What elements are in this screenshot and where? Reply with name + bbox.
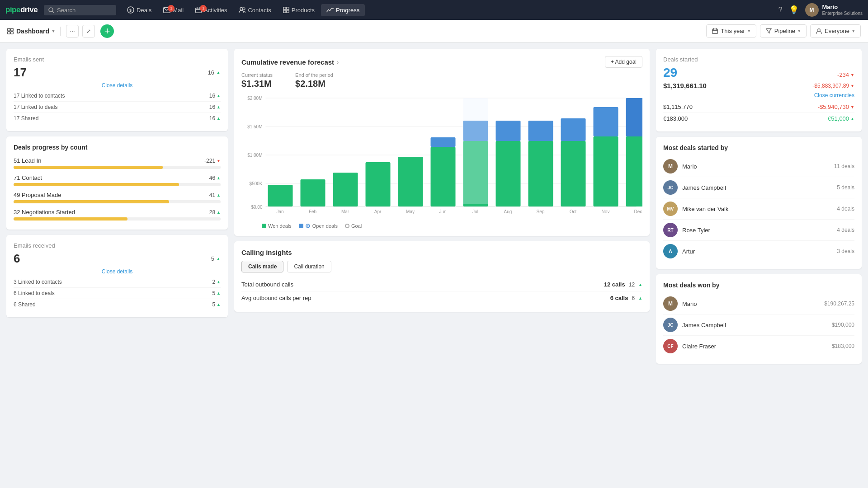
legend-open: Open deals [299, 223, 338, 229]
svg-rect-14 [287, 10, 289, 13]
assignee-filter-btn[interactable]: Everyone ▾ [810, 24, 861, 38]
svg-rect-38 [398, 157, 423, 206]
help-icon[interactable]: ? [778, 6, 783, 14]
search-box[interactable]: Search [44, 5, 116, 15]
progress-icon [326, 7, 334, 13]
current-status-value: $1.31M [241, 79, 273, 89]
agent-avatar-2: MV [663, 202, 678, 216]
svg-text:Dec: Dec [634, 209, 642, 214]
svg-text:Nov: Nov [602, 209, 610, 214]
agent-deals-0: 11 deals [834, 163, 854, 169]
close-currencies-btn[interactable]: Close currencies [663, 92, 854, 99]
svg-rect-19 [712, 29, 718, 33]
nav-item-contacts[interactable]: Contacts [233, 4, 276, 16]
agent-row-2: MV Mike van der Valk 4 deals [663, 198, 854, 220]
nav-item-products[interactable]: Products [278, 4, 320, 16]
calls-made-tab[interactable]: Calls made [241, 261, 283, 272]
svg-rect-16 [11, 28, 14, 31]
activities-badge: 1 [200, 5, 207, 12]
nav-contacts-label: Contacts [248, 7, 271, 14]
revenue-forecast-card: Cumulative revenue forecast › + Add goal… [234, 49, 650, 236]
nav-item-progress[interactable]: Progress [321, 4, 365, 16]
nav-activities-label: Activities [204, 7, 227, 14]
insights-title: Calling insights [241, 249, 642, 256]
emails-rec-row-2: 6 Shared 5▲ [14, 299, 221, 310]
emails-sent-close-details[interactable]: Close details [14, 82, 221, 89]
outbound-value: 12 calls [604, 281, 625, 288]
emails-sent-delta: 16 [208, 69, 214, 76]
period-label: This year [721, 28, 745, 34]
won-agent-row-0: M Mario $190,267.25 [663, 293, 854, 314]
agent-name-0: Mario [682, 163, 830, 170]
end-period-label: End of the period [295, 72, 333, 78]
agent-avatar-4: A [663, 244, 678, 258]
dashboard-chevron: ▾ [52, 28, 55, 34]
won-deals-1: $190,000 [832, 322, 854, 328]
currency-row-1: €183,000 €51,000▲ [663, 113, 854, 124]
period-filter-btn[interactable]: This year ▾ [706, 24, 756, 38]
add-widget-btn[interactable]: + [100, 24, 114, 38]
notifications-icon[interactable]: 💡 [789, 5, 799, 15]
products-icon [283, 7, 289, 13]
deals-started-count: 29 [663, 66, 677, 80]
search-icon [48, 7, 54, 13]
forecast-title: Cumulative revenue forecast › [241, 58, 339, 66]
add-goal-btn[interactable]: + Add goal [605, 56, 642, 68]
svg-text:Jan: Jan [276, 209, 283, 214]
more-options-btn[interactable]: ··· [66, 25, 79, 38]
mail-badge: 1 [168, 5, 175, 12]
svg-text:Oct: Oct [570, 209, 577, 214]
nav-right: ? 💡 M Mario Enterprise Solutions [778, 3, 863, 17]
nav-item-deals[interactable]: $ Deals [122, 4, 157, 16]
prog-row-2: 49 Proposal Made 41▲ [14, 192, 221, 203]
deals-started-delta: -234 [837, 71, 849, 78]
nav-item-mail[interactable]: Mail 1 [158, 4, 189, 16]
emails-rec-row-1: 6 Linked to deals 5▲ [14, 288, 221, 299]
emails-received-arrow: ▲ [216, 256, 221, 261]
deals-amount-delta: -$5,883,907.89 [812, 83, 849, 89]
deals-started-amount: $1,319,661.10 [663, 82, 707, 89]
nav-item-activities[interactable]: Activities 1 [190, 4, 232, 16]
won-name-0: Mario [682, 300, 820, 307]
svg-rect-45 [528, 141, 553, 206]
emails-rec-row-0: 3 Linked to contacts 2▲ [14, 277, 221, 288]
svg-text:$500K: $500K [250, 181, 263, 186]
emails-sent-row-0: 17 Linked to contacts 16▲ [14, 90, 221, 102]
won-deals-0: $190,267.25 [824, 300, 854, 307]
dashboard-icon [7, 28, 14, 34]
main-grid: Emails sent 17 16 ▲ Close details 17 Lin… [0, 42, 868, 488]
user-profile[interactable]: M Mario Enterprise Solutions [805, 3, 863, 17]
assignee-chevron: ▾ [852, 28, 855, 34]
svg-rect-52 [626, 98, 643, 136]
emails-sent-arrow: ▲ [216, 70, 221, 75]
svg-text:Jul: Jul [472, 209, 478, 214]
agent-row-1: JC James Campbell 5 deals [663, 177, 854, 198]
svg-text:Aug: Aug [504, 209, 512, 214]
end-period-value: $2.18M [295, 79, 333, 89]
emails-received-close-details[interactable]: Close details [14, 268, 221, 275]
won-deals-2: $183,000 [832, 343, 854, 349]
nav-items: $ Deals Mail 1 Activities 1 Contacts Pro… [122, 4, 365, 16]
expand-btn[interactable]: ⤢ [82, 25, 95, 38]
logo[interactable]: pipedrive [5, 5, 38, 14]
svg-text:$: $ [129, 8, 132, 13]
svg-text:Mar: Mar [341, 209, 349, 214]
call-duration-tab[interactable]: Call duration [287, 261, 331, 272]
dashboard-label-btn[interactable]: Dashboard ▾ [7, 28, 55, 35]
agent-name-4: Artur [682, 248, 832, 255]
svg-text:Sep: Sep [537, 209, 545, 214]
emails-received-delta: 5 [211, 255, 214, 262]
pipeline-filter-btn[interactable]: Pipeline ▾ [760, 24, 807, 38]
svg-text:May: May [406, 209, 415, 214]
search-label: Search [57, 7, 75, 14]
svg-rect-50 [594, 107, 618, 136]
most-started-title: Most deals started by [663, 144, 854, 151]
legend-won: Won deals [262, 223, 292, 229]
pipeline-label: Pipeline [774, 28, 795, 34]
most-started-card: Most deals started by M Mario 11 deals J… [656, 137, 862, 269]
toolbar-sep1 [60, 27, 61, 36]
emails-sent-rows: 17 Linked to contacts 16▲ 17 Linked to d… [14, 90, 221, 124]
svg-rect-46 [528, 121, 553, 141]
svg-rect-48 [561, 118, 586, 141]
svg-text:$1.00M: $1.00M [247, 153, 262, 158]
